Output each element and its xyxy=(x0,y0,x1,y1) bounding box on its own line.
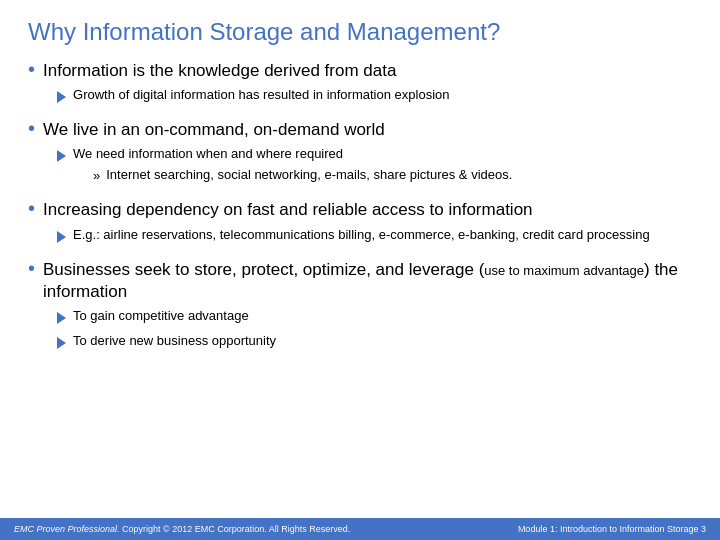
paren-text: use to maximum advantage xyxy=(484,263,644,278)
bullet-2-1-sub: » Internet searching, social networking,… xyxy=(93,166,512,185)
bullet-3: • Increasing dependency on fast and reli… xyxy=(28,199,692,250)
slide: Why Information Storage and Management? … xyxy=(0,0,720,540)
bullet-1-1: Growth of digital information has result… xyxy=(57,86,449,107)
bullet-4-marker: • xyxy=(28,257,35,280)
bullet-2-1-1-marker: » xyxy=(93,167,100,185)
bullet-1-1-text: Growth of digital information has result… xyxy=(73,86,449,104)
triangle-arrow-3 xyxy=(57,231,66,243)
bullet-1: • Information is the knowledge derived f… xyxy=(28,60,692,111)
bullet-2-1-text: We need information when and where requi… xyxy=(73,145,512,187)
footer-right-text: Module 1: Introduction to Information St… xyxy=(518,524,706,534)
bullet-3-marker: • xyxy=(28,197,35,220)
bullet-4-2-text: To derive new business opportunity xyxy=(73,332,276,350)
triangle-arrow-4 xyxy=(57,312,66,324)
main-bullet-list: • Information is the knowledge derived f… xyxy=(28,60,692,357)
triangle-arrow xyxy=(57,91,66,103)
bullet-1-text: Information is the knowledge derived fro… xyxy=(43,60,449,111)
bullet-3-1-marker xyxy=(57,228,66,247)
bullet-1-sub: Growth of digital information has result… xyxy=(57,86,449,107)
bullet-4-sub: To gain competitive advantage To derive … xyxy=(57,307,692,353)
bullet-4-2-marker xyxy=(57,334,66,353)
bullet-3-text: Increasing dependency on fast and reliab… xyxy=(43,199,650,250)
footer-left-text: EMC Proven Professional. Copyright © 201… xyxy=(14,524,350,534)
content-area: Why Information Storage and Management? … xyxy=(0,0,720,518)
bullet-4-2: To derive new business opportunity xyxy=(57,332,692,353)
bullet-3-1: E.g.: airline reservations, telecommunic… xyxy=(57,226,650,247)
slide-title: Why Information Storage and Management? xyxy=(28,18,692,46)
bullet-4-1: To gain competitive advantage xyxy=(57,307,692,328)
bullet-4-1-text: To gain competitive advantage xyxy=(73,307,249,325)
bullet-2-text: We live in an on-command, on-demand worl… xyxy=(43,119,512,191)
bullet-4-1-marker xyxy=(57,309,66,328)
bullet-2-1: We need information when and where requi… xyxy=(57,145,512,187)
bullet-4: • Businesses seek to store, protect, opt… xyxy=(28,259,692,358)
bullet-3-sub: E.g.: airline reservations, telecommunic… xyxy=(57,226,650,247)
bullet-2-1-marker xyxy=(57,147,66,166)
bullet-2-marker: • xyxy=(28,117,35,140)
bullet-1-1-marker xyxy=(57,88,66,107)
bullet-2: • We live in an on-command, on-demand wo… xyxy=(28,119,692,191)
triangle-arrow-2 xyxy=(57,150,66,162)
bullet-1-marker: • xyxy=(28,58,35,81)
bullet-2-1-1-text: Internet searching, social networking, e… xyxy=(106,166,512,184)
bullet-3-1-text: E.g.: airline reservations, telecommunic… xyxy=(73,226,650,244)
triangle-arrow-5 xyxy=(57,337,66,349)
bullet-2-sub: We need information when and where requi… xyxy=(57,145,512,187)
bullet-4-text: Businesses seek to store, protect, optim… xyxy=(43,259,692,358)
bullet-2-1-1: » Internet searching, social networking,… xyxy=(93,166,512,185)
footer-bar: EMC Proven Professional. Copyright © 201… xyxy=(0,518,720,540)
